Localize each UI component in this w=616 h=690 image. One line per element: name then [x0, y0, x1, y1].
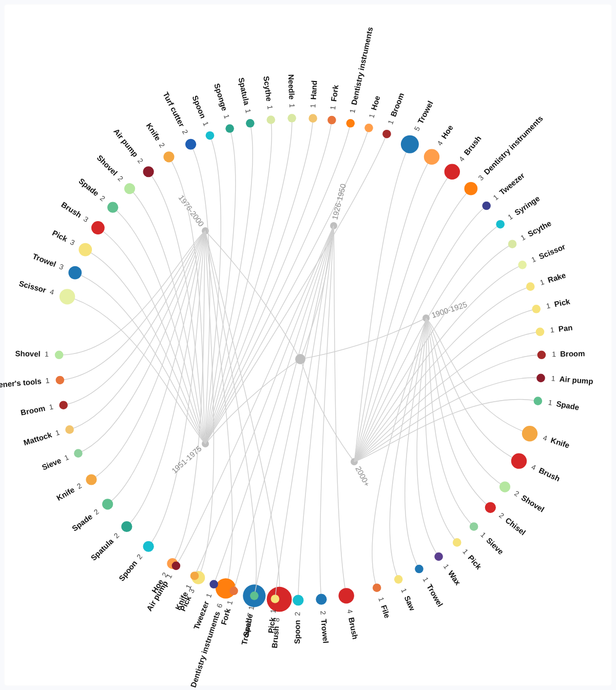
leaf-label: Needle	[287, 74, 297, 100]
leaf-count: 6	[215, 602, 224, 609]
leaf-label: Broom	[20, 404, 46, 417]
leaf-label: Sieve	[41, 456, 63, 472]
leaf-node[interactable]	[121, 521, 132, 532]
leaf-node[interactable]	[445, 164, 460, 180]
leaf-label: Sieve	[485, 536, 505, 556]
leaf-node[interactable]	[522, 426, 537, 441]
leaf-node[interactable]	[74, 449, 83, 458]
leaf-node[interactable]	[424, 149, 439, 165]
leaf-node[interactable]	[163, 151, 174, 162]
leaf-node[interactable]	[209, 580, 218, 588]
leaf-node[interactable]	[346, 119, 355, 128]
leaf-node[interactable]	[532, 305, 541, 313]
leaf-node[interactable]	[293, 595, 303, 605]
leaf-node[interactable]	[91, 221, 105, 234]
leaf-label: Pan	[558, 323, 573, 333]
leaf-label: Dentistry instruments	[349, 26, 374, 106]
leaf-label: Air pump	[559, 374, 593, 386]
leaf-node[interactable]	[382, 130, 391, 139]
leaf-node[interactable]	[394, 575, 403, 584]
leaf-node[interactable]	[536, 327, 545, 336]
leaf-node[interactable]	[338, 588, 354, 603]
leaf-node[interactable]	[499, 481, 510, 492]
leaf-label: Knife	[55, 485, 76, 502]
period-label: 2000+	[354, 465, 372, 488]
leaf-node[interactable]	[65, 425, 74, 434]
leaf-node[interactable]	[143, 166, 154, 177]
leaf-node[interactable]	[250, 592, 259, 600]
leaf-count: 1	[519, 233, 527, 242]
leaf-node[interactable]	[287, 114, 296, 123]
leaf-node[interactable]	[316, 594, 326, 605]
leaf-label: Scissor	[18, 279, 47, 294]
edge-period-to-leaf	[354, 309, 536, 462]
leaf-node[interactable]	[79, 243, 92, 257]
leaf-node[interactable]	[86, 474, 97, 485]
leaf-count: 2	[116, 174, 125, 183]
leaf-count: 1	[552, 350, 556, 358]
leaf-node[interactable]	[464, 182, 477, 195]
leaf-label: Syringe	[513, 194, 541, 217]
leaf-node[interactable]	[55, 350, 64, 359]
leaf-count: 1	[54, 428, 61, 437]
leaf-label: Air pump	[112, 127, 140, 159]
leaf-count: 1	[461, 547, 470, 556]
leaf-node[interactable]	[185, 139, 196, 150]
leaf-node[interactable]	[266, 115, 275, 124]
leaf-node[interactable]	[225, 124, 234, 133]
leaf-label: Spade	[70, 512, 94, 533]
leaf-label: Knife	[145, 122, 163, 143]
leaf-count: 4	[530, 463, 537, 472]
leaf-label: Turf cutter	[161, 90, 186, 128]
leaf-node[interactable]	[415, 565, 424, 574]
leaf-node[interactable]	[511, 453, 527, 468]
leaf-node[interactable]	[55, 376, 64, 385]
leaf-node[interactable]	[482, 202, 491, 210]
leaf-node[interactable]	[518, 261, 527, 269]
edge-period-to-leaf	[130, 189, 205, 444]
leaf-node[interactable]	[143, 541, 154, 552]
leaf-node[interactable]	[59, 401, 68, 409]
leaf-node[interactable]	[68, 266, 82, 280]
leaf-node[interactable]	[246, 119, 255, 128]
leaf-label: Spoon	[293, 620, 301, 644]
leaf-node[interactable]	[190, 571, 199, 580]
leaf-node[interactable]	[373, 583, 381, 592]
leaf-count: 4	[457, 155, 466, 163]
leaf-count: 1	[479, 530, 488, 539]
leaf-count: 1	[442, 562, 451, 570]
leaf-node[interactable]	[124, 183, 135, 194]
leaf-node[interactable]	[536, 374, 545, 383]
leaf-label: Spade	[241, 613, 254, 637]
leaf-node[interactable]	[364, 124, 373, 132]
leaf-node[interactable]	[453, 538, 461, 547]
leaf-node[interactable]	[508, 240, 517, 248]
leaf-node[interactable]	[328, 116, 336, 125]
leaf-label: Shovel	[95, 153, 120, 177]
leaf-count: 2	[158, 141, 167, 149]
leaf-count: 1	[367, 113, 376, 119]
leaf-node[interactable]	[309, 114, 317, 123]
leaf-label: Dentistry instruments	[482, 114, 545, 176]
leaf-node[interactable]	[60, 289, 75, 304]
leaf-node[interactable]	[534, 397, 543, 405]
leaf-node[interactable]	[107, 202, 118, 213]
leaf-count: 4	[345, 608, 354, 614]
leaf-node[interactable]	[526, 282, 535, 291]
leaf-node[interactable]	[271, 595, 280, 603]
leaf-node[interactable]	[206, 131, 215, 140]
leaf-node[interactable]	[434, 553, 443, 561]
leaf-node[interactable]	[470, 522, 478, 531]
leaf-node[interactable]	[229, 586, 238, 595]
leaf-node[interactable]	[401, 135, 419, 153]
leaf-count: 2	[319, 610, 328, 615]
leaf-node[interactable]	[172, 562, 181, 570]
leaf-label: Tweezer	[497, 171, 526, 196]
leaf-node[interactable]	[537, 350, 546, 359]
leaf-node[interactable]	[496, 220, 505, 229]
leaf-node[interactable]	[485, 502, 496, 513]
edge-period-to-leaf	[354, 157, 432, 462]
leaf-node[interactable]	[102, 499, 113, 509]
leaf-label: Brush	[537, 466, 561, 483]
leaf-label: Fork	[329, 84, 340, 102]
